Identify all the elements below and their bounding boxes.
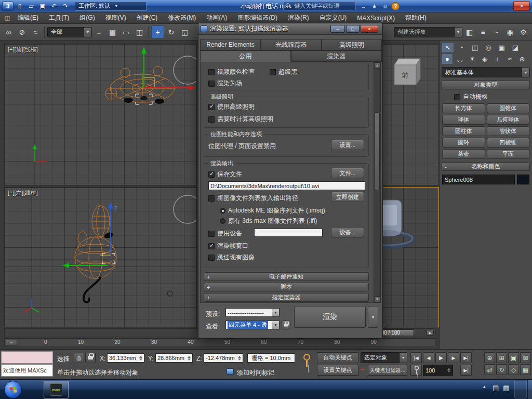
close-button[interactable]: ×: [513, 1, 530, 11]
menu-views[interactable]: 视图(V): [100, 12, 131, 23]
menu-graph-editors[interactable]: 图形编辑器(D): [232, 12, 283, 23]
frame-spinner[interactable]: [447, 368, 450, 373]
z-spinner[interactable]: [238, 356, 241, 361]
geometry-category-combo[interactable]: 标准基本体 ▼: [442, 67, 530, 77]
tab-advanced-lighting[interactable]: 高级照明: [322, 39, 382, 50]
video-color-check-checkbox[interactable]: [208, 69, 215, 75]
menu-tools[interactable]: 工具(T): [44, 12, 74, 23]
named-selection-set-combo[interactable]: 创建选择集 ▼: [394, 27, 462, 37]
zoom-icon[interactable]: ⊕: [484, 352, 495, 363]
material-editor-icon[interactable]: ◉: [503, 25, 516, 38]
align-icon[interactable]: ≡: [476, 25, 489, 38]
unlink-selection-icon[interactable]: ⊘: [16, 25, 29, 38]
compute-adv-lighting-checkbox[interactable]: [208, 116, 215, 123]
menu-edit[interactable]: 编辑(E): [12, 12, 44, 23]
image-list-checkbox[interactable]: [208, 195, 215, 202]
spacewarps-icon[interactable]: ≈: [504, 54, 515, 64]
geometry-icon[interactable]: ●: [442, 54, 453, 64]
pan-icon[interactable]: ⇄: [484, 364, 495, 375]
maximize-viewport-icon[interactable]: ▦: [520, 364, 531, 375]
clock-area[interactable]: [514, 381, 527, 398]
dialog-scrollbar[interactable]: ▲ ▼: [374, 62, 381, 303]
previous-frame-icon[interactable]: ◀: [423, 352, 434, 363]
minimize-button[interactable]: –: [330, 25, 345, 33]
lights-icon[interactable]: ☀: [467, 54, 478, 64]
viewport-left-label[interactable]: [+][左][线框]: [8, 189, 38, 197]
taskbar-item-3dsmax[interactable]: max: [44, 381, 69, 398]
helpers-icon[interactable]: +: [491, 54, 503, 64]
autogrid-checkbox[interactable]: [454, 94, 460, 100]
box-button[interactable]: 长方体: [442, 103, 485, 113]
tab-renderer[interactable]: 渲染器: [291, 50, 382, 62]
infocenter-search-input[interactable]: 键入关键字或短语: [283, 2, 356, 10]
use-device-checkbox[interactable]: [208, 231, 215, 237]
cameras-icon[interactable]: ◈: [479, 54, 490, 64]
zoom-all-icon[interactable]: ⊞: [496, 352, 507, 363]
pyramid-button[interactable]: 四棱锥: [487, 138, 530, 148]
end-frame-icon[interactable]: ▶|: [460, 365, 472, 376]
maxscript-macro-recorder[interactable]: [1, 351, 53, 364]
modify-tab-icon[interactable]: ◔: [455, 42, 468, 53]
app-logo-button[interactable]: 3: [2, 2, 14, 11]
tab-render-elements[interactable]: Render Elements: [200, 39, 261, 50]
menu-group[interactable]: 组(G): [74, 12, 100, 23]
shapes-icon[interactable]: ◡: [454, 54, 466, 64]
devices-button[interactable]: 设备...: [331, 227, 364, 237]
select-and-rotate-icon[interactable]: ↻: [165, 25, 178, 38]
orbit-icon[interactable]: ↻: [496, 364, 507, 375]
signin-icon[interactable]: ☺: [380, 2, 390, 11]
help-icon[interactable]: ?: [391, 2, 400, 10]
systems-icon[interactable]: ⊛: [516, 54, 528, 64]
go-to-start-icon[interactable]: |◀: [410, 352, 422, 363]
rollout-scripts[interactable]: + 脚本: [204, 283, 369, 291]
zoom-extents-all-icon[interactable]: ⊠: [520, 352, 531, 363]
select-and-scale-icon[interactable]: ◱: [178, 25, 191, 38]
selection-lock-icon[interactable]: [85, 353, 96, 363]
selection-filter-combo[interactable]: 全部 ▼: [47, 27, 92, 37]
new-scene-icon[interactable]: ▯: [15, 2, 25, 11]
ifl-radio[interactable]: [220, 218, 225, 224]
start-button[interactable]: [4, 381, 22, 398]
auto-key-button[interactable]: 自动关键点: [317, 352, 358, 363]
menu-animation[interactable]: 动画(A): [201, 12, 232, 23]
select-and-link-icon[interactable]: ∞: [2, 25, 15, 38]
mini-curve-editor-icon[interactable]: ~: [6, 340, 17, 346]
menu-modifiers[interactable]: 修改器(M): [163, 12, 201, 23]
select-object-icon[interactable]: →: [92, 25, 105, 38]
viewport-left[interactable]: [+][左][线框] Z: [4, 187, 197, 327]
super-black-checkbox[interactable]: [270, 69, 276, 75]
tab-common[interactable]: 公用: [200, 50, 291, 62]
go-to-end-icon[interactable]: ▶|: [460, 352, 472, 363]
preset-combo[interactable]: ------------------- ▼: [225, 308, 280, 317]
tray-language-icon[interactable]: ▤: [493, 384, 499, 392]
menu-rendering[interactable]: 渲染(R): [283, 12, 314, 23]
geosphere-button[interactable]: 几何球体: [487, 115, 530, 125]
rollout-assign-renderer[interactable]: + 指定渲染器: [204, 293, 369, 302]
save-file-icon[interactable]: ▣: [37, 2, 48, 11]
z-coordinate-field[interactable]: -12.478mm: [204, 353, 243, 363]
x-coordinate-field[interactable]: 36.133mm: [107, 353, 144, 363]
viewport-top[interactable]: [+][顶][线框]: [4, 44, 197, 185]
tab-raytracer[interactable]: 光线跟踪器: [261, 39, 322, 50]
use-adv-lighting-checkbox[interactable]: [208, 104, 215, 110]
x-spinner[interactable]: [139, 356, 142, 361]
search-go-icon[interactable]: →: [358, 2, 368, 11]
add-time-tag[interactable]: 添加时间标记: [237, 368, 274, 377]
motion-tab-icon[interactable]: ◎: [482, 42, 495, 53]
rollout-email-notifications[interactable]: + 电子邮件通知: [204, 272, 369, 281]
sphere-button[interactable]: 球体: [442, 115, 485, 125]
field-of-view-icon[interactable]: ◇: [508, 364, 519, 375]
files-button[interactable]: 文件...: [331, 168, 364, 178]
dialog-close-button[interactable]: ×: [361, 25, 378, 33]
select-and-move-icon[interactable]: +: [151, 25, 164, 38]
redo-icon[interactable]: ↷: [60, 2, 71, 11]
object-color-swatch[interactable]: [517, 175, 529, 184]
render-flyout-button[interactable]: ▼: [368, 306, 378, 328]
curve-editor-icon[interactable]: ~: [490, 25, 503, 38]
viewport-combo[interactable]: 四元菜单 4 - 透 ▼: [225, 321, 280, 329]
track-bar[interactable]: ~ 0 10 20 30 40 50 60 70 80 90: [4, 338, 435, 347]
menu-maxscript[interactable]: MAXScript(X): [352, 12, 400, 23]
display-tab-icon[interactable]: ▣: [496, 42, 508, 53]
y-spinner[interactable]: [188, 356, 191, 361]
key-mode-toggle-icon[interactable]: [410, 365, 422, 376]
